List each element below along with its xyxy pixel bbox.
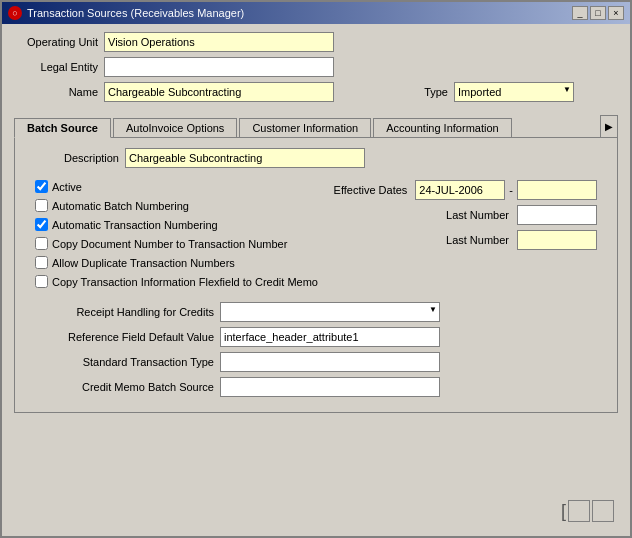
name-input[interactable] — [104, 82, 334, 102]
receipt-handling-dropdown-wrapper — [220, 302, 440, 322]
close-button[interactable]: × — [608, 6, 624, 20]
title-bar: ○ Transaction Sources (Receivables Manag… — [2, 2, 630, 24]
last-number-input-1[interactable] — [517, 205, 597, 225]
minimize-button[interactable]: _ — [572, 6, 588, 20]
copy-doc-number-checkbox[interactable] — [35, 237, 48, 250]
active-checkbox-row: Active — [35, 180, 334, 193]
ref-field-input[interactable] — [220, 327, 440, 347]
last-number-row-2: Last Number — [446, 230, 597, 250]
ref-field-row: Reference Field Default Value — [35, 327, 597, 347]
allow-duplicate-checkbox-row: Allow Duplicate Transaction Numbers — [35, 256, 334, 269]
tab-content-wrapper: Description Active Automatic Batch Numbe… — [14, 138, 618, 528]
last-number-row-1: Last Number — [446, 205, 597, 225]
effective-dates-row: Effective Dates - — [334, 180, 597, 200]
std-transaction-row: Standard Transaction Type — [35, 352, 597, 372]
tab-customer-info[interactable]: Customer Information — [239, 118, 371, 137]
receipt-handling-row: Receipt Handling for Credits — [35, 302, 597, 322]
allow-duplicate-checkbox[interactable] — [35, 256, 48, 269]
maximize-button[interactable]: □ — [590, 6, 606, 20]
last-number-input-2[interactable] — [517, 230, 597, 250]
last-number-label-2: Last Number — [446, 234, 509, 246]
last-number-label-1: Last Number — [446, 209, 509, 221]
ref-field-label: Reference Field Default Value — [35, 331, 220, 343]
active-checkbox[interactable] — [35, 180, 48, 193]
std-transaction-label: Standard Transaction Type — [35, 356, 220, 368]
action-btn-2[interactable] — [592, 500, 614, 522]
bracket-open: [ — [561, 501, 566, 522]
auto-transaction-numbering-checkbox[interactable] — [35, 218, 48, 231]
title-bar-left: ○ Transaction Sources (Receivables Manag… — [8, 6, 244, 20]
auto-transaction-checkbox-row: Automatic Transaction Numbering — [35, 218, 334, 231]
type-select[interactable]: Imported Manual — [454, 82, 574, 102]
tabs-bar: Batch Source AutoInvoice Options Custome… — [14, 115, 618, 138]
legal-entity-row: Legal Entity — [14, 57, 618, 77]
auto-transaction-numbering-label: Automatic Transaction Numbering — [52, 219, 218, 231]
description-input[interactable] — [125, 148, 365, 168]
tab-arrow[interactable]: ▶ — [600, 115, 618, 137]
effective-date-end-input[interactable] — [517, 180, 597, 200]
allow-duplicate-label: Allow Duplicate Transaction Numbers — [52, 257, 235, 269]
receipt-handling-select[interactable] — [220, 302, 440, 322]
right-dates: Effective Dates - Last Number Last Numbe… — [334, 180, 597, 250]
date-separator: - — [509, 184, 513, 196]
description-row: Description — [35, 148, 597, 168]
type-select-wrapper: Imported Manual — [454, 82, 574, 102]
main-content: Operating Unit Legal Entity Name Type Im… — [2, 24, 630, 536]
name-type-row: Name Type Imported Manual — [14, 82, 618, 102]
credit-memo-row: Credit Memo Batch Source — [35, 377, 597, 397]
effective-dates-label: Effective Dates — [334, 184, 408, 196]
auto-batch-checkbox-row: Automatic Batch Numbering — [35, 199, 334, 212]
tab-accounting-info[interactable]: Accounting Information — [373, 118, 512, 137]
copy-transaction-checkbox[interactable] — [35, 275, 48, 288]
operating-unit-row: Operating Unit — [14, 32, 618, 52]
left-checks: Active Automatic Batch Numbering Automat… — [35, 180, 334, 294]
copy-transaction-label: Copy Transaction Information Flexfield t… — [52, 276, 318, 288]
two-col-area: Active Automatic Batch Numbering Automat… — [35, 180, 597, 294]
copy-doc-number-label: Copy Document Number to Transaction Numb… — [52, 238, 287, 250]
operating-unit-input[interactable] — [104, 32, 334, 52]
title-bar-buttons: _ □ × — [572, 6, 624, 20]
copy-doc-checkbox-row: Copy Document Number to Transaction Numb… — [35, 237, 334, 250]
name-label: Name — [14, 86, 104, 98]
action-btn-1[interactable] — [568, 500, 590, 522]
credit-memo-label: Credit Memo Batch Source — [35, 381, 220, 393]
copy-transaction-checkbox-row: Copy Transaction Information Flexfield t… — [35, 275, 334, 288]
auto-batch-numbering-checkbox[interactable] — [35, 199, 48, 212]
window-title: Transaction Sources (Receivables Manager… — [27, 7, 244, 19]
description-label: Description — [35, 152, 125, 164]
tab-content-batch-source: Description Active Automatic Batch Numbe… — [14, 138, 618, 413]
app-icon: ○ — [8, 6, 22, 20]
auto-batch-numbering-label: Automatic Batch Numbering — [52, 200, 189, 212]
effective-date-start-input[interactable] — [415, 180, 505, 200]
std-transaction-input[interactable] — [220, 352, 440, 372]
bottom-right-buttons: [ — [561, 500, 614, 522]
bottom-fields: Receipt Handling for Credits Reference F… — [35, 302, 597, 397]
type-label: Type — [394, 86, 454, 98]
operating-unit-label: Operating Unit — [14, 36, 104, 48]
main-window: ○ Transaction Sources (Receivables Manag… — [0, 0, 632, 538]
tab-batch-source[interactable]: Batch Source — [14, 118, 111, 138]
credit-memo-input[interactable] — [220, 377, 440, 397]
legal-entity-label: Legal Entity — [14, 61, 104, 73]
receipt-handling-label: Receipt Handling for Credits — [35, 306, 220, 318]
active-label: Active — [52, 181, 82, 193]
legal-entity-input[interactable] — [104, 57, 334, 77]
tab-autoinvoice[interactable]: AutoInvoice Options — [113, 118, 237, 137]
